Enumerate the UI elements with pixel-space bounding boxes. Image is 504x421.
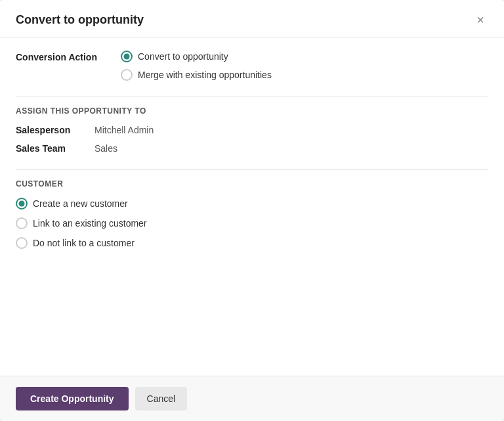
radio-create-new-customer[interactable]: Create a new customer xyxy=(16,198,488,210)
assign-section: ASSIGN THIS OPPORTUNITY TO Salesperson M… xyxy=(16,97,488,154)
sales-team-row: Sales Team Sales xyxy=(16,143,488,154)
radio-link-existing-label: Link to an existing customer xyxy=(33,218,147,229)
radio-convert-to-opportunity[interactable]: Convert to opportunity xyxy=(121,51,272,62)
conversion-action-row: Conversion Action Convert to opportunity… xyxy=(16,51,488,81)
modal-title: Convert to opportunity xyxy=(16,13,144,27)
radio-convert-label: Convert to opportunity xyxy=(138,51,228,62)
radio-convert-input[interactable] xyxy=(121,51,133,62)
assign-section-title: ASSIGN THIS OPPORTUNITY TO xyxy=(16,106,488,116)
radio-merge-input[interactable] xyxy=(121,69,133,81)
salesperson-value: Mitchell Admin xyxy=(94,125,154,135)
radio-no-customer-label: Do not link to a customer xyxy=(33,238,135,248)
create-opportunity-button[interactable]: Create Opportunity xyxy=(16,387,129,410)
conversion-action-label: Conversion Action xyxy=(16,51,121,62)
modal-body: Conversion Action Convert to opportunity… xyxy=(0,37,504,376)
radio-link-existing-input[interactable] xyxy=(16,217,28,229)
modal-footer: Create Opportunity Cancel xyxy=(0,376,504,421)
salesperson-label: Salesperson xyxy=(16,125,94,135)
radio-link-existing-customer[interactable]: Link to an existing customer xyxy=(16,217,488,229)
sales-team-label: Sales Team xyxy=(16,143,94,154)
radio-no-customer-input[interactable] xyxy=(16,237,28,249)
radio-no-customer[interactable]: Do not link to a customer xyxy=(16,237,488,249)
radio-create-new-label: Create a new customer xyxy=(33,198,128,209)
modal-header: Convert to opportunity × xyxy=(0,0,504,37)
customer-section-title: CUSTOMER xyxy=(16,179,488,188)
radio-merge-opportunities[interactable]: Merge with existing opportunities xyxy=(121,69,272,81)
salesperson-row: Salesperson Mitchell Admin xyxy=(16,125,488,135)
assign-divider xyxy=(16,97,488,97)
customer-radio-group: Create a new customer Link to an existin… xyxy=(16,198,488,249)
sales-team-value: Sales xyxy=(94,143,117,154)
conversion-action-radio-group: Convert to opportunity Merge with existi… xyxy=(121,51,272,81)
customer-section: CUSTOMER Create a new customer Link to a… xyxy=(16,169,488,249)
close-button[interactable]: × xyxy=(472,12,488,28)
modal-dialog: Convert to opportunity × Conversion Acti… xyxy=(0,0,504,421)
customer-divider xyxy=(16,169,488,170)
radio-create-new-input[interactable] xyxy=(16,198,28,210)
radio-merge-label: Merge with existing opportunities xyxy=(138,70,272,80)
cancel-button[interactable]: Cancel xyxy=(135,387,188,410)
